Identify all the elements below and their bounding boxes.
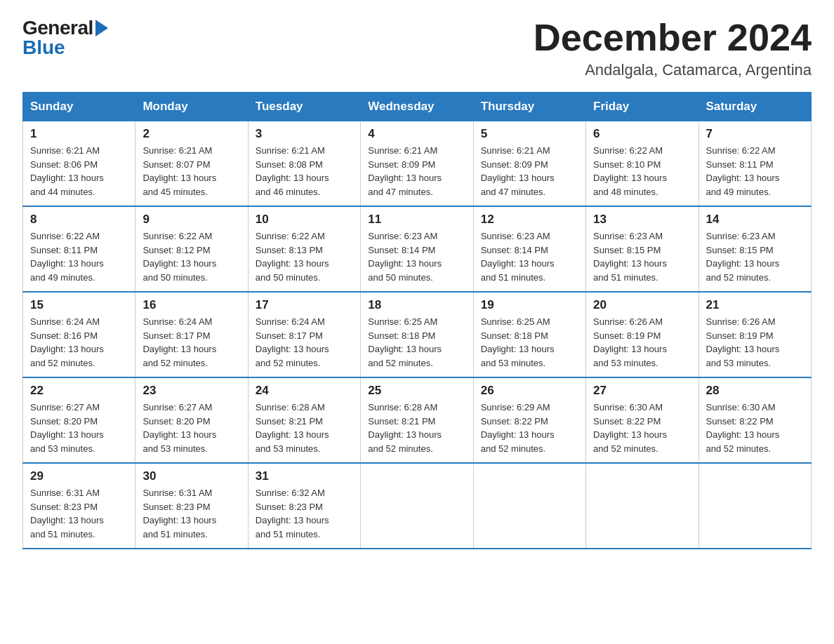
day-number: 27 — [593, 384, 691, 398]
day-detail: Sunrise: 6:24 AMSunset: 8:16 PMDaylight:… — [30, 315, 128, 370]
day-detail: Sunrise: 6:23 AMSunset: 8:14 PMDaylight:… — [368, 229, 465, 284]
calendar-week-row: 22 Sunrise: 6:27 AMSunset: 8:20 PMDaylig… — [23, 377, 812, 463]
calendar-cell: 27 Sunrise: 6:30 AMSunset: 8:22 PMDaylig… — [586, 377, 699, 463]
day-detail: Sunrise: 6:24 AMSunset: 8:17 PMDaylight:… — [256, 315, 353, 370]
day-number: 31 — [256, 469, 353, 483]
calendar-cell — [699, 463, 811, 549]
day-number: 3 — [256, 127, 353, 141]
calendar-cell: 5 Sunrise: 6:21 AMSunset: 8:09 PMDayligh… — [473, 121, 585, 207]
col-monday: Monday — [135, 93, 248, 121]
calendar-cell: 13 Sunrise: 6:23 AMSunset: 8:15 PMDaylig… — [586, 206, 699, 292]
calendar-week-row: 29 Sunrise: 6:31 AMSunset: 8:23 PMDaylig… — [23, 463, 812, 549]
day-detail: Sunrise: 6:32 AMSunset: 8:23 PMDaylight:… — [256, 486, 353, 541]
calendar-cell — [361, 463, 473, 549]
calendar-cell: 26 Sunrise: 6:29 AMSunset: 8:22 PMDaylig… — [473, 377, 585, 463]
calendar-cell: 14 Sunrise: 6:23 AMSunset: 8:15 PMDaylig… — [699, 206, 811, 292]
day-detail: Sunrise: 6:23 AMSunset: 8:15 PMDaylight:… — [706, 229, 804, 284]
day-number: 8 — [30, 213, 128, 227]
calendar-cell: 17 Sunrise: 6:24 AMSunset: 8:17 PMDaylig… — [248, 292, 360, 377]
day-detail: Sunrise: 6:30 AMSunset: 8:22 PMDaylight:… — [706, 401, 804, 455]
day-detail: Sunrise: 6:27 AMSunset: 8:20 PMDaylight:… — [143, 401, 240, 455]
day-detail: Sunrise: 6:31 AMSunset: 8:23 PMDaylight:… — [143, 486, 240, 541]
day-detail: Sunrise: 6:22 AMSunset: 8:11 PMDaylight:… — [706, 144, 804, 199]
col-saturday: Saturday — [699, 93, 811, 121]
day-number: 26 — [481, 384, 578, 398]
calendar-cell: 20 Sunrise: 6:26 AMSunset: 8:19 PMDaylig… — [586, 292, 699, 377]
day-number: 16 — [143, 298, 240, 312]
day-detail: Sunrise: 6:27 AMSunset: 8:20 PMDaylight:… — [30, 401, 128, 455]
calendar-table: Sunday Monday Tuesday Wednesday Thursday… — [22, 92, 812, 549]
day-number: 22 — [30, 384, 128, 398]
calendar-cell: 10 Sunrise: 6:22 AMSunset: 8:13 PMDaylig… — [248, 206, 360, 292]
day-detail: Sunrise: 6:31 AMSunset: 8:23 PMDaylight:… — [30, 486, 128, 541]
day-number: 7 — [706, 127, 804, 141]
day-number: 5 — [481, 127, 578, 141]
calendar-cell: 30 Sunrise: 6:31 AMSunset: 8:23 PMDaylig… — [135, 463, 248, 549]
calendar-cell: 15 Sunrise: 6:24 AMSunset: 8:16 PMDaylig… — [23, 292, 135, 377]
calendar-cell: 4 Sunrise: 6:21 AMSunset: 8:09 PMDayligh… — [361, 121, 473, 207]
day-number: 25 — [368, 384, 465, 398]
day-detail: Sunrise: 6:30 AMSunset: 8:22 PMDaylight:… — [593, 401, 691, 455]
calendar-cell: 28 Sunrise: 6:30 AMSunset: 8:22 PMDaylig… — [699, 377, 811, 463]
calendar-cell — [473, 463, 585, 549]
calendar-cell: 23 Sunrise: 6:27 AMSunset: 8:20 PMDaylig… — [135, 377, 248, 463]
day-detail: Sunrise: 6:26 AMSunset: 8:19 PMDaylight:… — [593, 315, 691, 370]
day-number: 12 — [481, 213, 578, 227]
calendar-cell: 9 Sunrise: 6:22 AMSunset: 8:12 PMDayligh… — [135, 206, 248, 292]
calendar-cell: 29 Sunrise: 6:31 AMSunset: 8:23 PMDaylig… — [23, 463, 135, 549]
day-number: 11 — [368, 213, 465, 227]
day-detail: Sunrise: 6:23 AMSunset: 8:15 PMDaylight:… — [593, 229, 691, 284]
day-number: 28 — [706, 384, 804, 398]
calendar-cell — [586, 463, 699, 549]
day-number: 21 — [706, 298, 804, 312]
day-number: 6 — [593, 127, 691, 141]
calendar-week-row: 15 Sunrise: 6:24 AMSunset: 8:16 PMDaylig… — [23, 292, 812, 377]
calendar-cell: 7 Sunrise: 6:22 AMSunset: 8:11 PMDayligh… — [699, 121, 811, 207]
calendar-body: 1 Sunrise: 6:21 AMSunset: 8:06 PMDayligh… — [23, 121, 812, 549]
day-number: 24 — [256, 384, 353, 398]
day-detail: Sunrise: 6:25 AMSunset: 8:18 PMDaylight:… — [368, 315, 465, 370]
calendar-cell: 12 Sunrise: 6:23 AMSunset: 8:14 PMDaylig… — [473, 206, 585, 292]
page-title: December 2024 — [534, 17, 812, 58]
calendar-cell: 6 Sunrise: 6:22 AMSunset: 8:10 PMDayligh… — [586, 121, 699, 207]
day-detail: Sunrise: 6:21 AMSunset: 8:07 PMDaylight:… — [143, 144, 240, 199]
calendar-cell: 11 Sunrise: 6:23 AMSunset: 8:14 PMDaylig… — [361, 206, 473, 292]
calendar-cell: 31 Sunrise: 6:32 AMSunset: 8:23 PMDaylig… — [248, 463, 360, 549]
calendar-cell: 1 Sunrise: 6:21 AMSunset: 8:06 PMDayligh… — [23, 121, 135, 207]
calendar-header: Sunday Monday Tuesday Wednesday Thursday… — [23, 93, 812, 121]
day-detail: Sunrise: 6:26 AMSunset: 8:19 PMDaylight:… — [706, 315, 804, 370]
day-detail: Sunrise: 6:21 AMSunset: 8:09 PMDaylight:… — [481, 144, 578, 199]
day-number: 23 — [143, 384, 240, 398]
day-number: 13 — [593, 213, 691, 227]
day-detail: Sunrise: 6:29 AMSunset: 8:22 PMDaylight:… — [481, 401, 578, 455]
day-detail: Sunrise: 6:25 AMSunset: 8:18 PMDaylight:… — [481, 315, 578, 370]
day-number: 2 — [143, 127, 240, 141]
day-detail: Sunrise: 6:21 AMSunset: 8:06 PMDaylight:… — [30, 144, 128, 199]
day-number: 9 — [143, 213, 240, 227]
calendar-cell: 21 Sunrise: 6:26 AMSunset: 8:19 PMDaylig… — [699, 292, 811, 377]
day-detail: Sunrise: 6:28 AMSunset: 8:21 PMDaylight:… — [256, 401, 353, 455]
day-number: 30 — [143, 469, 240, 483]
col-wednesday: Wednesday — [361, 93, 473, 121]
calendar-week-row: 1 Sunrise: 6:21 AMSunset: 8:06 PMDayligh… — [23, 121, 812, 207]
calendar-cell: 8 Sunrise: 6:22 AMSunset: 8:11 PMDayligh… — [23, 206, 135, 292]
day-detail: Sunrise: 6:28 AMSunset: 8:21 PMDaylight:… — [368, 401, 465, 455]
day-number: 29 — [30, 469, 128, 483]
day-number: 4 — [368, 127, 465, 141]
day-detail: Sunrise: 6:22 AMSunset: 8:12 PMDaylight:… — [143, 229, 240, 284]
calendar-header-row: Sunday Monday Tuesday Wednesday Thursday… — [23, 93, 812, 121]
calendar-cell: 18 Sunrise: 6:25 AMSunset: 8:18 PMDaylig… — [361, 292, 473, 377]
logo-arrow-icon — [95, 20, 108, 36]
day-number: 20 — [593, 298, 691, 312]
logo: General Blue — [22, 17, 108, 59]
col-thursday: Thursday — [473, 93, 585, 121]
day-number: 10 — [256, 213, 353, 227]
day-detail: Sunrise: 6:22 AMSunset: 8:13 PMDaylight:… — [256, 229, 353, 284]
day-number: 15 — [30, 298, 128, 312]
page-header: General Blue December 2024 Andalgala, Ca… — [22, 17, 812, 79]
calendar-cell: 3 Sunrise: 6:21 AMSunset: 8:08 PMDayligh… — [248, 121, 360, 207]
day-detail: Sunrise: 6:22 AMSunset: 8:11 PMDaylight:… — [30, 229, 128, 284]
calendar-cell: 2 Sunrise: 6:21 AMSunset: 8:07 PMDayligh… — [135, 121, 248, 207]
day-detail: Sunrise: 6:21 AMSunset: 8:08 PMDaylight:… — [256, 144, 353, 199]
day-detail: Sunrise: 6:21 AMSunset: 8:09 PMDaylight:… — [368, 144, 465, 199]
